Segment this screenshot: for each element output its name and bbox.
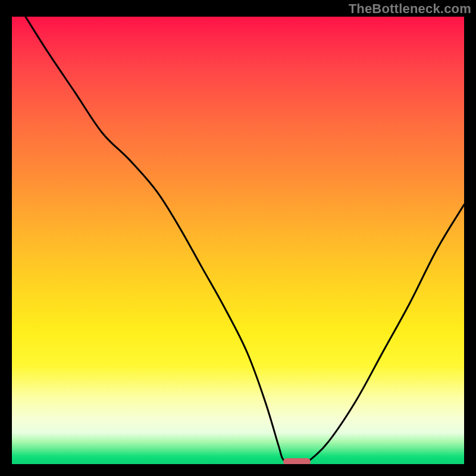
image-root: TheBottleneck.com [0,0,476,476]
bottleneck-curve [12,17,464,464]
curve-path [26,17,464,464]
minimum-marker [283,458,311,464]
plot-area [12,17,464,464]
watermark-text: TheBottleneck.com [349,1,471,17]
